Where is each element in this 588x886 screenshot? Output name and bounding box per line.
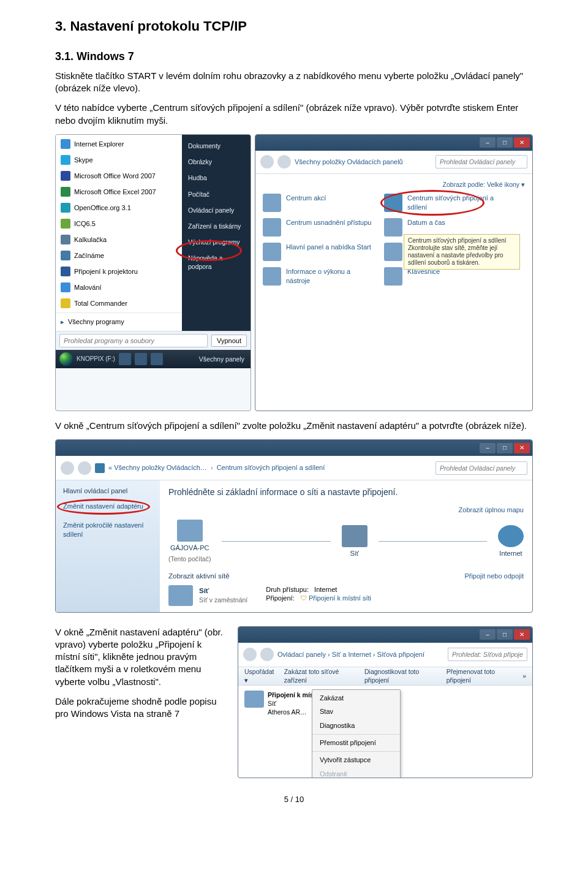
right-item[interactable]: Nápověda a podpora xyxy=(187,251,246,274)
screenshot-pair: Internet Explorer Skype Microsoft Office… xyxy=(55,134,533,411)
nw-header: « Všechny položky Ovládacích… › Centrum … xyxy=(56,456,532,480)
cp-search-input[interactable] xyxy=(435,155,527,168)
fwd-arrow-icon[interactable] xyxy=(260,648,274,661)
cp-item[interactable]: Hlavní panel a nabídka Start xyxy=(263,243,373,261)
cp-item[interactable]: Klávesnice xyxy=(384,267,494,286)
toolbar-item[interactable]: Uspořádat ▾ xyxy=(244,667,277,684)
nw-main-pane: Prohlédněte si základní informace o síti… xyxy=(160,480,532,611)
ctx-status[interactable]: Stav xyxy=(312,705,400,719)
all-programs[interactable]: ▸Všechny programy xyxy=(56,314,182,330)
cp-item[interactable]: Centrum usnadnění přístupu xyxy=(263,218,373,237)
app-row[interactable]: ICQ6.5 xyxy=(56,216,182,232)
app-row[interactable]: Microsoft Office Word 2007 xyxy=(56,168,182,184)
taskbar-icon[interactable] xyxy=(151,353,163,365)
minimize-button[interactable]: – xyxy=(480,443,496,453)
clock-icon xyxy=(384,218,402,237)
aw-search-input[interactable] xyxy=(448,648,527,661)
breadcrumb-item[interactable]: Centrum síťových připojení a sdílení xyxy=(217,463,325,472)
start-search-input[interactable] xyxy=(59,334,208,347)
right-item[interactable]: Obrázky xyxy=(187,154,246,169)
maximize-button[interactable]: □ xyxy=(497,443,513,453)
ctx-bridge[interactable]: Přemostit připojení xyxy=(312,736,400,750)
ctx-disable[interactable]: Zakázat xyxy=(312,691,400,705)
app-label: Připojení k projektoru xyxy=(74,267,138,276)
excel-icon xyxy=(61,187,70,197)
app-row[interactable]: Total Commander xyxy=(56,295,182,311)
app-row[interactable]: Začínáme xyxy=(56,248,182,263)
node-this-pc: GÁJOVÁ-PC(Tento počítač) xyxy=(168,520,211,563)
network-map: GÁJOVÁ-PC(Tento počítač) Síť Internet xyxy=(168,520,524,563)
shield-icon xyxy=(95,463,105,473)
taskbar-icon[interactable] xyxy=(119,353,131,365)
toolbar-item[interactable]: Přejmenovat toto připojení xyxy=(447,667,516,684)
node-label: Internet xyxy=(499,549,522,558)
taskbar-drive-label: KNOPPIX (F:) xyxy=(77,355,115,363)
right-item[interactable]: Výchozí programy xyxy=(187,235,246,249)
minimize-button[interactable]: – xyxy=(480,629,496,640)
cp-item-network-center[interactable]: Centrum síťových připojení a sdílení xyxy=(384,194,494,212)
active-net-sub: Síť v zaměstnání xyxy=(199,596,247,604)
taskbar: KNOPPIX (F:) Všechny panely xyxy=(56,350,251,368)
app-row[interactable]: Připojení k projektoru xyxy=(56,263,182,279)
fwd-arrow-icon[interactable] xyxy=(277,155,291,168)
sidebar-link-change-adapter[interactable]: Změnit nastavení adaptéru xyxy=(63,502,153,511)
ctx-shortcut[interactable]: Vytvořit zástupce xyxy=(312,753,400,767)
right-item[interactable]: Počítač xyxy=(187,187,246,202)
app-row[interactable]: Internet Explorer xyxy=(56,136,182,152)
right-item[interactable]: Hudba xyxy=(187,170,246,185)
fwd-arrow-icon[interactable] xyxy=(78,461,91,475)
ctx-diagnose[interactable]: Diagnostika xyxy=(312,719,400,733)
app-row[interactable]: OpenOffice.org 3.1 xyxy=(56,200,182,216)
ie-icon xyxy=(61,139,70,149)
breadcrumb-item[interactable]: « Všechny položky Ovládacích… xyxy=(108,463,207,472)
active-net-name: Síť xyxy=(199,586,247,596)
nw-search-input[interactable] xyxy=(435,461,527,475)
control-panel-window: – □ ✕ Všechny položky Ovládacích panelů … xyxy=(255,134,533,411)
full-map-link[interactable]: Zobrazit úplnou mapu xyxy=(459,505,524,515)
projector-icon xyxy=(61,267,70,276)
right-item[interactable]: Zařízení a tiskárny xyxy=(187,219,246,233)
toolbar-item[interactable]: Zakázat toto síťové zařízení xyxy=(284,667,357,684)
view-by-label[interactable]: Zobrazit podle: Velké ikony ▾ xyxy=(263,180,525,194)
right-item[interactable]: Dokumenty xyxy=(187,138,246,153)
start-orb-icon[interactable] xyxy=(59,352,73,366)
right-item-control-panel[interactable]: Ovládací panely xyxy=(187,203,246,218)
back-arrow-icon[interactable] xyxy=(243,648,257,661)
cp-item[interactable]: Informace o výkonu a nástroje xyxy=(263,267,373,286)
breadcrumb[interactable]: Všechny položky Ovládacích panelů xyxy=(295,157,403,167)
shutdown-button[interactable]: Vypnout xyxy=(211,335,247,347)
toolbar-overflow[interactable]: » xyxy=(522,672,526,680)
app-row[interactable]: Malování xyxy=(56,279,182,295)
back-arrow-icon[interactable] xyxy=(61,461,74,475)
icq-icon xyxy=(61,219,70,229)
minimize-button[interactable]: – xyxy=(480,137,496,148)
app-row[interactable]: Microsoft Office Excel 2007 xyxy=(56,184,182,200)
page-number: 5 / 10 xyxy=(55,794,533,805)
start-menu-bottom: Vypnout xyxy=(56,331,251,350)
all-programs-label: Všechny programy xyxy=(68,317,124,327)
maximize-button[interactable]: □ xyxy=(497,137,513,148)
network-icon xyxy=(168,585,193,606)
app-label: Microsoft Office Word 2007 xyxy=(74,172,156,181)
sidebar-link-advanced-sharing[interactable]: Změnit pokročilé nastavení sdílení xyxy=(63,521,153,539)
toolbar-item[interactable]: Diagnostikovat toto připojení xyxy=(364,667,439,684)
app-label: Skype xyxy=(74,156,93,165)
maximize-button[interactable]: □ xyxy=(497,629,513,640)
breadcrumb[interactable]: Ovládací panely › Síť a Internet › Síťov… xyxy=(277,650,424,659)
aw-toolbar: Uspořádat ▾ Zakázat toto síťové zařízení… xyxy=(238,667,532,686)
app-row[interactable]: Skype xyxy=(56,152,182,168)
close-button[interactable]: ✕ xyxy=(514,629,530,640)
taskbar-label: Všechny panely xyxy=(197,355,247,363)
close-button[interactable]: ✕ xyxy=(514,443,530,453)
close-button[interactable]: ✕ xyxy=(514,137,530,148)
back-arrow-icon[interactable] xyxy=(260,155,274,168)
connect-disconnect-link[interactable]: Připojit nebo odpojit xyxy=(464,572,524,581)
cp-item-label: Centrum usnadnění přístupu xyxy=(286,218,371,237)
adapter-window: – □ ✕ Ovládací panely › Síť a Internet ›… xyxy=(238,626,533,778)
paragraph-4b: Dále pokračujeme shodně podle popisu pro… xyxy=(55,695,227,721)
info-val[interactable]: Připojení k místní síti xyxy=(309,594,371,602)
cp-item[interactable]: Centrum akcí xyxy=(263,194,373,212)
app-row[interactable]: Kalkulačka xyxy=(56,232,182,248)
section-subheading: 3.1. Windows 7 xyxy=(55,49,533,64)
taskbar-icon[interactable] xyxy=(135,353,147,365)
